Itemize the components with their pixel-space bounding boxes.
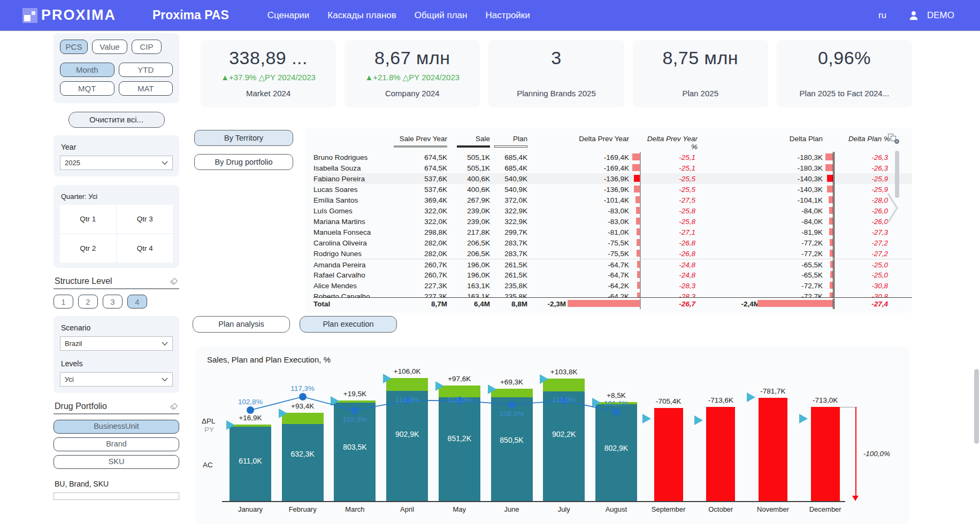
period-tab-mqt[interactable]: MQT: [60, 81, 114, 96]
month-label[interactable]: July: [538, 505, 589, 513]
sale-value: 239,0K: [447, 218, 490, 226]
plan-analysis-button[interactable]: Plan analysis: [193, 316, 290, 333]
row-name: Isabella Souza: [313, 164, 387, 172]
table-row[interactable]: Roberto Carvalho 227,3K 163,1K 235,8K -6…: [313, 291, 912, 297]
shortfall-value-label: -781,7K: [747, 387, 799, 395]
structure-level-4[interactable]: 4: [127, 295, 147, 309]
row-name: Luís Gomes: [313, 207, 387, 215]
col-delta-prev-year-pct[interactable]: Delta Prev Year %: [641, 135, 698, 151]
next-page-chevron-icon[interactable]: [886, 191, 900, 226]
proxima-logo[interactable]: PROXIMA: [22, 7, 116, 24]
plan-execution-point[interactable]: [351, 407, 358, 414]
sale-prev-year-value: 282,0K: [387, 250, 447, 258]
menu-item-general-plan[interactable]: Общий план: [415, 10, 468, 21]
menu-item-plan-cascades[interactable]: Каскады планов: [327, 10, 396, 21]
clear-all-button[interactable]: Очистити всі...: [68, 112, 165, 128]
plan-value: 235,8K: [490, 282, 527, 290]
sale-prev-year-value: 322,0K: [387, 207, 447, 215]
page-scrollbar-thumb[interactable]: [974, 369, 979, 444]
delta-plan-value: -180,3K: [728, 164, 823, 172]
table-row[interactable]: Luís Gomes 322,0K 239,0K 322,9K -83,0K -…: [313, 205, 912, 216]
menu-item-settings[interactable]: Настройки: [485, 10, 530, 21]
eraser-icon[interactable]: [170, 278, 178, 285]
month-label[interactable]: April: [381, 505, 433, 513]
plan-execution-point[interactable]: [247, 406, 254, 414]
month-label[interactable]: December: [800, 505, 851, 513]
table-scrollbar-thumb[interactable]: [895, 151, 899, 198]
quarter-option-q2[interactable]: Qtr 2: [60, 234, 116, 263]
month-label[interactable]: June: [486, 505, 538, 513]
kpi-market: 338,89 ... ▲+37.9% △PY 2024/2023 Market …: [201, 40, 336, 107]
table-row[interactable]: Amanda Pereira 260,7K 196,0K 261,5K -64,…: [313, 259, 912, 269]
table-row[interactable]: Rodrigo Nunes 282,0K 206,5K 283,7K -75,5…: [313, 248, 912, 259]
portfolio-level-businessunit[interactable]: BusinessUnit: [53, 420, 179, 434]
plan-execution-point[interactable]: [612, 408, 620, 415]
kpi-row: 338,89 ... ▲+37.9% △PY 2024/2023 Market …: [201, 40, 912, 107]
table-row[interactable]: Fabiano Pereira 537,6K 400,6K 540,9K -13…: [313, 173, 912, 184]
user-name[interactable]: DEMO: [927, 10, 954, 21]
quarter-option-q1[interactable]: Qtr 1: [60, 205, 116, 233]
plan-execution-pct-label: 113,0%: [538, 396, 589, 404]
table-row[interactable]: Carolina Oliveira 282,0K 206,5K 283,7K -…: [313, 237, 912, 248]
levels-select[interactable]: Усі: [60, 372, 173, 387]
month-label[interactable]: November: [747, 505, 799, 513]
table-row[interactable]: Mariana Martins 322,0K 239,0K 322,9K -83…: [313, 216, 912, 227]
delta-plan-value: -140,3K: [728, 186, 823, 194]
menu-item-scenarios[interactable]: Сценарии: [267, 10, 310, 21]
structure-level-2[interactable]: 2: [78, 295, 98, 309]
bu-brand-sku-select[interactable]: [53, 492, 179, 500]
language-switcher[interactable]: ru: [878, 10, 886, 21]
row-name: Roberto Carvalho: [313, 292, 387, 298]
col-delta-plan-pct[interactable]: Delta Plan %: [834, 135, 890, 143]
col-delta-prev-year[interactable]: Delta Prev Year: [527, 135, 629, 143]
delta-plan-value: -140,3K: [728, 175, 823, 183]
portfolio-level-brand[interactable]: Brand: [53, 437, 179, 451]
by-drug-portfolio-button[interactable]: By Drug portfolio: [194, 154, 293, 170]
month-label[interactable]: September: [643, 505, 694, 513]
by-territory-button[interactable]: By Territory: [194, 130, 293, 146]
shortfall-value-label: -713,6K: [695, 396, 746, 404]
col-delta-plan[interactable]: Delta Plan: [728, 135, 823, 143]
portfolio-level-sku[interactable]: SKU: [53, 455, 179, 469]
month-label[interactable]: January: [225, 505, 276, 513]
sale-value: 163,1K: [447, 282, 490, 290]
table-row[interactable]: Emília Santos 369,4K 267,9K 372,0K -101,…: [313, 195, 912, 205]
col-plan[interactable]: Plan: [490, 135, 527, 148]
delta-plan-pct: -26,0: [834, 218, 890, 226]
measure-tab-pcs[interactable]: PCS: [60, 40, 88, 54]
structure-level-3[interactable]: 3: [103, 295, 122, 309]
plan-execution-point[interactable]: [508, 401, 516, 409]
kpi-value: 8,75 млн: [633, 48, 768, 68]
eraser-icon[interactable]: [170, 403, 178, 410]
row-name: Emília Santos: [313, 196, 387, 204]
quarter-option-q3[interactable]: Qtr 3: [117, 205, 173, 233]
month-label[interactable]: August: [591, 505, 642, 513]
month-label[interactable]: March: [329, 505, 380, 513]
table-row[interactable]: Lucas Soares 537,6K 400,6K 540,9K -136,9…: [313, 184, 912, 195]
structure-level-1[interactable]: 1: [53, 295, 73, 309]
col-sale-prev-year[interactable]: Sale Prev Year: [387, 135, 447, 148]
table-row[interactable]: Alice Mendes 227,3K 163,1K 235,8K -64,2K…: [313, 280, 912, 291]
sale-prev-year-value: 298,8K: [387, 228, 447, 236]
table-row[interactable]: Manuela Fonseca 298,8K 217,8K 299,7K -81…: [313, 227, 912, 237]
scenario-select[interactable]: Brazil: [60, 336, 173, 351]
measure-tab-cip[interactable]: CIP: [132, 40, 162, 54]
period-tab-month[interactable]: Month: [60, 63, 114, 77]
month-label[interactable]: October: [695, 505, 746, 513]
year-select[interactable]: 2025: [60, 156, 173, 170]
table-row[interactable]: Isabella Souza 674,5K 505,1K 685,4K -169…: [313, 163, 912, 173]
month-label[interactable]: February: [277, 505, 328, 513]
measure-tab-value[interactable]: Value: [92, 40, 127, 54]
col-sale[interactable]: Sale: [447, 135, 490, 148]
plan-execution-button[interactable]: Plan execution: [300, 316, 397, 333]
delta-plan-bar: [823, 173, 834, 184]
export-grid-icon[interactable]: +: [888, 134, 898, 142]
period-tab-ytd[interactable]: YTD: [119, 63, 173, 77]
table-row[interactable]: Rafael Carvalho 260,7K 196,0K 261,5K -64…: [313, 269, 912, 280]
month-label[interactable]: May: [434, 505, 485, 513]
table-row[interactable]: Bruno Rodrigues 674,5K 505,1K 685,4K -16…: [313, 152, 912, 163]
quarter-option-q4[interactable]: Qtr 4: [117, 234, 173, 263]
plan-execution-point[interactable]: [299, 393, 307, 400]
row-name: Rafael Carvalho: [313, 271, 387, 279]
period-tab-mat[interactable]: MAT: [119, 81, 173, 96]
